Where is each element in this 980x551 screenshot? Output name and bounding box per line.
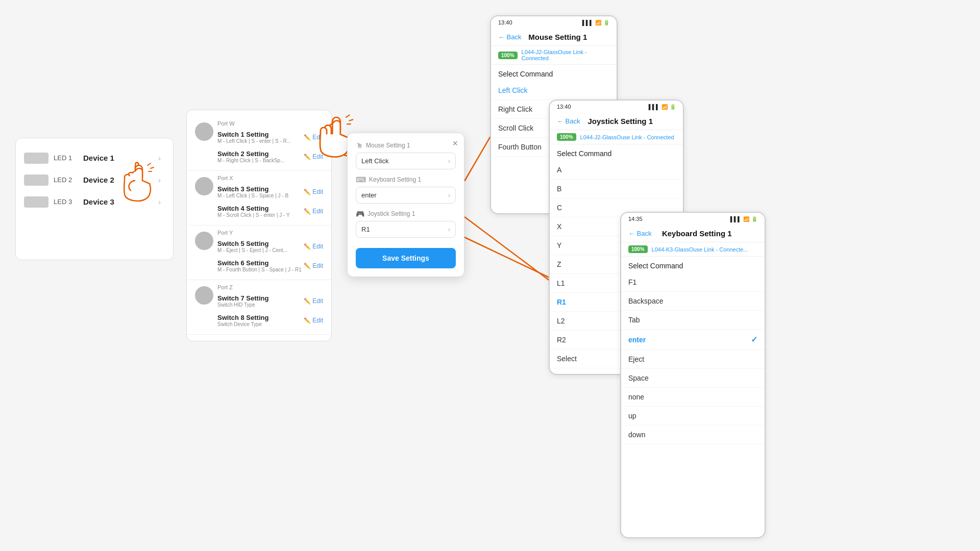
joystick-section-title: 🎮 Joystick Setting 1: [356, 210, 456, 218]
switch-5-edit-button[interactable]: ✏️ Edit: [304, 243, 323, 250]
switch-1-item: Switch 1 Setting M - Left Click | S - en…: [217, 128, 323, 147]
keyboard-cmd-tab[interactable]: Tab: [621, 311, 765, 330]
joystick-option-text: R1: [361, 226, 370, 233]
keyboard-screen-status-bar: 14:35 ▌▌▌ 📶 🔋: [621, 213, 765, 225]
port-x-avatar: [195, 177, 213, 195]
keyboard-option[interactable]: enter ›: [356, 187, 456, 204]
device-3-name: Device 3: [83, 197, 114, 206]
port-y-group: Port Y Switch 5 Setting M - Eject | S - …: [187, 226, 331, 280]
joystick-screen-back-button[interactable]: ← Back: [557, 117, 580, 125]
port-w-items: Port W Switch 1 Setting M - Left Click |…: [217, 120, 323, 166]
keyboard-cmd-space[interactable]: Space: [621, 369, 765, 388]
switch-7-title: Switch 7 Setting: [217, 294, 304, 302]
led-3-indicator: [24, 196, 48, 208]
switch-6-edit-button[interactable]: ✏️ Edit: [304, 262, 323, 269]
keyboard-cmd-up[interactable]: up: [621, 407, 765, 425]
keyboard-command-list: F1 Backspace Tab enter ✓ Eject Space non…: [621, 273, 765, 444]
switch-2-title: Switch 2 Setting: [217, 150, 304, 158]
device-3-chevron: ›: [158, 198, 161, 206]
joystick-screen-status-icons: ▌▌▌ 📶 🔋: [649, 104, 676, 110]
switch-2-item: Switch 2 Setting M - Right Click | S - B…: [217, 147, 323, 166]
keyboard-cmd-down[interactable]: down: [621, 425, 765, 444]
mouse-battery-indicator: 100%: [498, 52, 518, 59]
switch-8-edit-button[interactable]: ✏️ Edit: [304, 317, 323, 324]
mouse-option-chevron: ›: [448, 158, 450, 165]
keyboard-section: ⌨ Keyboard Setting 1 enter ›: [356, 176, 456, 204]
joystick-screen-nav: ← Back Joystick Setting 1: [550, 113, 683, 130]
svg-line-11: [151, 167, 154, 168]
settings-modal: × 🖱 Mouse Setting 1 Left Click › ⌨ Keybo…: [347, 133, 464, 277]
joystick-screen-battery: 100% L044-J2-GlassOuse Link - Connected: [550, 130, 683, 144]
mouse-option[interactable]: Left Click ›: [356, 153, 456, 169]
port-x-label: Port X: [217, 175, 323, 181]
keyboard-cmd-enter[interactable]: enter ✓: [621, 330, 765, 350]
mouse-cmd-left-click[interactable]: Left Click: [491, 81, 617, 100]
device-list-panel: LED 1 Device 1 › LED 2 Device 2 › LED 3 …: [15, 138, 174, 260]
joystick-cmd-b[interactable]: B: [550, 180, 683, 198]
switch-3-edit-button[interactable]: ✏️ Edit: [304, 188, 323, 195]
port-y-avatar: [195, 232, 213, 250]
save-settings-button[interactable]: Save Settings: [356, 248, 456, 268]
modal-close-button[interactable]: ×: [452, 138, 458, 149]
keyboard-screen-time: 14:35: [628, 216, 643, 222]
port-z-items: Port Z Switch 7 Setting Switch HID Type …: [217, 284, 323, 330]
port-w-avatar: [195, 122, 213, 141]
switch-4-title: Switch 4 Setting: [217, 205, 304, 212]
joystick-screen-title: Joystick Setting 1: [580, 117, 660, 126]
svg-line-17: [346, 115, 350, 117]
joystick-cmd-a[interactable]: A: [550, 161, 683, 180]
mouse-screen-back-button[interactable]: ← Back: [498, 33, 522, 41]
switch-1-sub: M - Left Click | S - enter | S - R...: [217, 138, 304, 144]
switch-5-sub: M - Eject | S - Eject | J - Cent...: [217, 247, 304, 253]
port-w-label: Port W: [217, 120, 323, 127]
device-2-name: Device 2: [83, 176, 114, 184]
mouse-option-text: Left Click: [361, 157, 388, 165]
keyboard-cmd-backspace[interactable]: Backspace: [621, 292, 765, 311]
keyboard-cmd-eject[interactable]: Eject: [621, 350, 765, 369]
mouse-screen-status-icons: ▌▌▌ 📶 🔋: [582, 20, 609, 26]
switch-4-item: Switch 4 Setting M - Scroll Click | S - …: [217, 202, 323, 221]
mouse-screen-title: Mouse Setting 1: [522, 33, 594, 41]
mouse-screen-nav: ← Back Mouse Setting 1: [491, 29, 617, 46]
joystick-select-command: Select Command: [550, 144, 683, 161]
keyboard-screen-status-icons: ▌▌▌ 📶 🔋: [730, 216, 757, 222]
keyboard-screen-battery: 100% L044-K3-GlassOuse Link - Connecte..…: [621, 242, 765, 257]
mouse-section-title: 🖱 Mouse Setting 1: [356, 141, 456, 149]
mouse-section: 🖱 Mouse Setting 1 Left Click ›: [356, 141, 456, 169]
switch-6-title: Switch 6 Setting: [217, 259, 304, 267]
mouse-icon: 🖱: [356, 141, 363, 149]
device-2-chevron: ›: [158, 176, 161, 184]
keyboard-select-command: Select Command: [621, 257, 765, 273]
joystick-option-chevron: ›: [448, 226, 450, 233]
keyboard-cmd-none[interactable]: none: [621, 388, 765, 407]
keyboard-connected-label: L044-K3-GlassOuse Link - Connecte...: [652, 246, 748, 253]
mouse-screen-time: 13:40: [498, 19, 512, 26]
mouse-screen-battery: 100% L044-J2-GlassOuse Link - Connected: [491, 46, 617, 65]
switch-5-item: Switch 5 Setting M - Eject | S - Eject |…: [217, 237, 323, 256]
switch-3-title: Switch 3 Setting: [217, 185, 304, 193]
port-y-items: Port Y Switch 5 Setting M - Eject | S - …: [217, 230, 323, 276]
keyboard-option-text: enter: [361, 191, 377, 199]
switch-4-edit-button[interactable]: ✏️ Edit: [304, 208, 323, 215]
joystick-battery-indicator: 100%: [557, 133, 576, 141]
switch-8-sub: Switch Device Type: [217, 321, 304, 327]
joystick-option[interactable]: R1 ›: [356, 221, 456, 238]
switch-3-sub: M - Left Click | S - Space | J - B: [217, 193, 304, 198]
port-z-avatar: [195, 286, 213, 305]
port-y-label: Port Y: [217, 230, 323, 236]
led-1-indicator: [24, 153, 48, 164]
keyboard-option-chevron: ›: [448, 192, 450, 199]
mouse-connected-label: L044-J2-GlassOuse Link - Connected: [522, 49, 609, 61]
switch-7-item: Switch 7 Setting Switch HID Type ✏️ Edit: [217, 291, 323, 311]
switch-7-sub: Switch HID Type: [217, 302, 304, 308]
switch-4-sub: M - Scroll Click | S - enter | J - Y: [217, 212, 304, 218]
led-2-label: LED 2: [54, 176, 74, 184]
led-2-indicator: [24, 174, 48, 186]
switch-7-edit-button[interactable]: ✏️ Edit: [304, 297, 323, 305]
switch-2-sub: M - Right Click | S - BackSp...: [217, 158, 304, 163]
keyboard-cmd-f1[interactable]: F1: [621, 273, 765, 292]
keyboard-section-title: ⌨ Keyboard Setting 1: [356, 176, 456, 184]
keyboard-screen-back-button[interactable]: ← Back: [628, 230, 652, 237]
svg-line-18: [350, 119, 353, 120]
joystick-icon: 🎮: [356, 210, 364, 218]
